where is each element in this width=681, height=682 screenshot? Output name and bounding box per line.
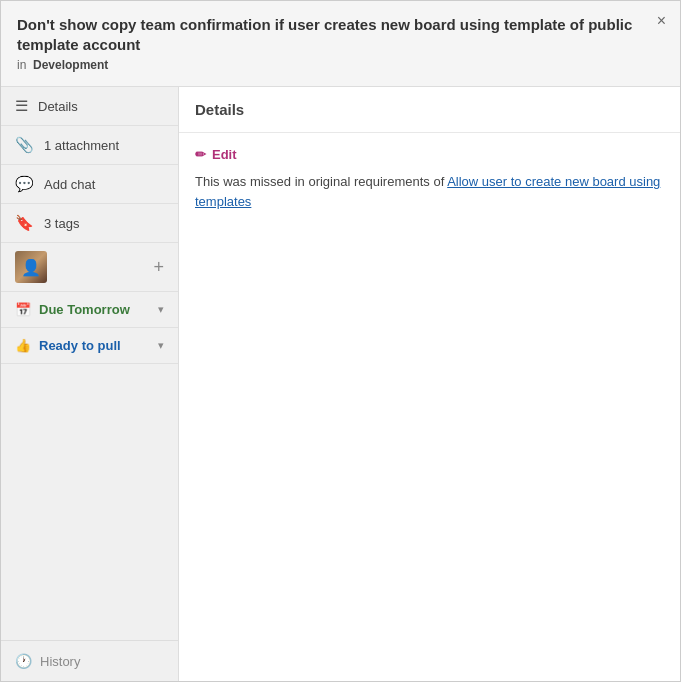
history-icon: 🕐 xyxy=(15,653,32,669)
due-dropdown-icon[interactable]: ▾ xyxy=(158,303,164,316)
modal-title: Don't show copy team confirmation if use… xyxy=(17,15,640,54)
add-member-button[interactable]: + xyxy=(153,257,164,278)
content-header: Details xyxy=(179,87,680,133)
sidebar-item-history[interactable]: 🕐 History xyxy=(1,640,178,681)
details-icon: ☰ xyxy=(15,97,28,115)
edit-button[interactable]: ✏ Edit xyxy=(195,147,664,162)
sidebar-history-label: History xyxy=(40,654,80,669)
sidebar-attachment-label: 1 attachment xyxy=(44,138,164,153)
sidebar-item-pull[interactable]: 👍 Ready to pull ▾ xyxy=(1,328,178,364)
attachment-icon: 📎 xyxy=(15,136,34,154)
sidebar-chat-label: Add chat xyxy=(44,177,164,192)
content-body: ✏ Edit This was missed in original requi… xyxy=(179,133,680,681)
modal-body: ☰ Details 📎 1 attachment 💬 Add chat 🔖 3 … xyxy=(1,87,680,681)
content-text: This was missed in original requirements… xyxy=(195,172,664,211)
sidebar-pull-label: Ready to pull xyxy=(39,338,121,353)
modal: Don't show copy team confirmation if use… xyxy=(0,0,681,682)
modal-subtitle: in Development xyxy=(17,58,640,72)
sidebar-tags-label: 3 tags xyxy=(44,216,164,231)
close-button[interactable]: × xyxy=(657,13,666,29)
sidebar: ☰ Details 📎 1 attachment 💬 Add chat 🔖 3 … xyxy=(1,87,179,681)
pull-icon: 👍 xyxy=(15,338,31,353)
pull-dropdown-icon[interactable]: ▾ xyxy=(158,339,164,352)
sidebar-item-chat[interactable]: 💬 Add chat xyxy=(1,165,178,204)
modal-header: Don't show copy team confirmation if use… xyxy=(1,1,680,87)
sidebar-item-due[interactable]: 📅 Due Tomorrow ▾ xyxy=(1,292,178,328)
subtitle-prefix: in xyxy=(17,58,26,72)
chat-icon: 💬 xyxy=(15,175,34,193)
tag-icon: 🔖 xyxy=(15,214,34,232)
edit-label: Edit xyxy=(212,147,237,162)
sidebar-item-tags[interactable]: 🔖 3 tags xyxy=(1,204,178,243)
avatar-row: 👤 + xyxy=(1,243,178,292)
content-area: Details ✏ Edit This was missed in origin… xyxy=(179,87,680,681)
subtitle-project: Development xyxy=(33,58,108,72)
edit-icon: ✏ xyxy=(195,147,206,162)
avatar-image: 👤 xyxy=(15,251,47,283)
avatar: 👤 xyxy=(15,251,47,283)
due-icon: 📅 xyxy=(15,302,31,317)
body-text-before: This was missed in original requirements… xyxy=(195,174,447,189)
sidebar-details-label: Details xyxy=(38,99,164,114)
sidebar-item-attachment[interactable]: 📎 1 attachment xyxy=(1,126,178,165)
sidebar-due-label: Due Tomorrow xyxy=(39,302,130,317)
sidebar-item-details[interactable]: ☰ Details xyxy=(1,87,178,126)
